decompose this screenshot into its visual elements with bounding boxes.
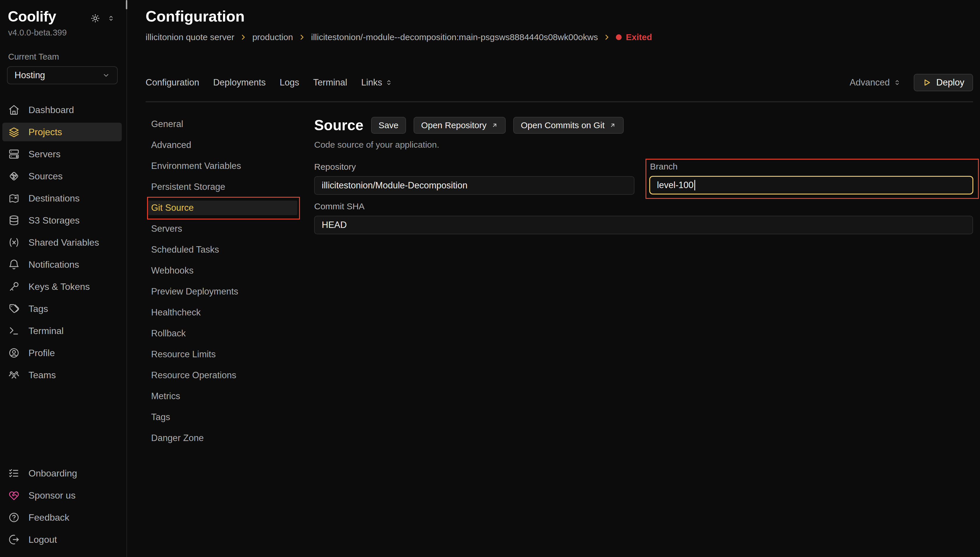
sidebar-item-destinations[interactable]: Destinations bbox=[2, 189, 122, 208]
sidebar-item-label: S3 Storages bbox=[28, 215, 80, 226]
external-link-icon bbox=[491, 122, 498, 129]
theme-sun-icon[interactable] bbox=[90, 13, 100, 23]
repository-input[interactable]: illicitestonion/Module-Decomposition bbox=[314, 176, 634, 195]
sidebar-item-label: Dashboard bbox=[28, 105, 74, 116]
sidebar-item-label: Profile bbox=[28, 348, 55, 358]
branch-annotation-box: Branch level-100 bbox=[645, 159, 979, 199]
sidebar-item-label: Terminal bbox=[28, 326, 63, 336]
variables-icon bbox=[8, 237, 20, 248]
sidebar-item-dashboard[interactable]: Dashboard bbox=[2, 101, 122, 119]
play-icon bbox=[923, 78, 931, 87]
tab-terminal[interactable]: Terminal bbox=[313, 77, 347, 88]
sidebar-item-servers[interactable]: Servers bbox=[2, 145, 122, 163]
deploy-button[interactable]: Deploy bbox=[914, 74, 973, 91]
branch-input[interactable]: level-100 bbox=[649, 176, 973, 194]
sidebar-item-label: Teams bbox=[28, 370, 56, 381]
sidebar-item-label: Servers bbox=[28, 149, 60, 160]
layers-icon bbox=[8, 126, 20, 138]
sidebar-item-feedback[interactable]: Feedback bbox=[2, 508, 122, 527]
sidebar-item-teams[interactable]: Teams bbox=[2, 366, 122, 384]
subnav-item-general[interactable]: General bbox=[148, 117, 297, 131]
tab-links[interactable]: Links bbox=[361, 77, 393, 88]
sidebar-item-label: Logout bbox=[28, 534, 57, 545]
breadcrumb-separator-icon bbox=[298, 33, 306, 41]
chevrons-up-down-icon bbox=[893, 79, 901, 86]
sidebar-item-sponsor-us[interactable]: Sponsor us bbox=[2, 486, 122, 505]
commit-sha-label: Commit SHA bbox=[314, 201, 973, 212]
subnav-item-git-source[interactable]: Git Source bbox=[148, 200, 297, 215]
key-icon bbox=[8, 281, 20, 292]
sidebar: Coolify v4.0.0-beta.399 Current Team Hos… bbox=[0, 0, 127, 557]
save-button[interactable]: Save bbox=[371, 117, 406, 134]
subnav-item-preview-deployments[interactable]: Preview Deployments bbox=[148, 284, 297, 299]
open-repository-button[interactable]: Open Repository bbox=[414, 117, 506, 134]
commit-sha-field: Commit SHA HEAD bbox=[314, 201, 973, 234]
commit-sha-input[interactable]: HEAD bbox=[314, 216, 973, 234]
sidebar-item-shared-variables[interactable]: Shared Variables bbox=[2, 233, 122, 252]
settings-subnav: General Advanced Environment Variables P… bbox=[146, 117, 301, 452]
chevrons-up-down-icon bbox=[385, 79, 393, 86]
advanced-dropdown[interactable]: Advanced bbox=[850, 77, 901, 88]
open-commits-button[interactable]: Open Commits on Git bbox=[513, 117, 624, 134]
tab-deployments[interactable]: Deployments bbox=[213, 77, 266, 88]
page-title: Configuration bbox=[146, 8, 973, 25]
sidebar-item-sources[interactable]: Sources bbox=[2, 167, 122, 186]
sidebar-item-onboarding[interactable]: Onboarding bbox=[2, 464, 122, 482]
main-content: Configuration illicitonion quote server … bbox=[127, 0, 980, 557]
sidebar-item-label: Destinations bbox=[28, 193, 80, 204]
sidebar-header: Coolify bbox=[0, 0, 127, 25]
subnav-item-metrics[interactable]: Metrics bbox=[148, 389, 297, 404]
sidebar-item-s3-storages[interactable]: S3 Storages bbox=[2, 211, 122, 230]
subnav-item-persistent-storage[interactable]: Persistent Storage bbox=[148, 180, 297, 194]
server-icon bbox=[8, 148, 20, 160]
sidebar-item-terminal[interactable]: Terminal bbox=[2, 321, 122, 340]
subnav-item-rollback[interactable]: Rollback bbox=[148, 326, 297, 341]
sidebar-item-notifications[interactable]: Notifications bbox=[2, 255, 122, 274]
subnav-item-environment-variables[interactable]: Environment Variables bbox=[148, 159, 297, 173]
sidebar-item-label: Sponsor us bbox=[28, 490, 76, 501]
git-icon bbox=[8, 170, 20, 182]
sidebar-item-label: Notifications bbox=[28, 259, 79, 270]
repository-label: Repository bbox=[314, 162, 634, 172]
sidebar-item-keys-tokens[interactable]: Keys & Tokens bbox=[2, 277, 122, 296]
subnav-item-resource-limits[interactable]: Resource Limits bbox=[148, 347, 297, 362]
home-icon bbox=[8, 104, 20, 116]
breadcrumb-separator-icon bbox=[603, 33, 611, 41]
branch-label: Branch bbox=[650, 161, 973, 172]
subnav-item-webhooks[interactable]: Webhooks bbox=[148, 263, 297, 278]
subnav-item-advanced[interactable]: Advanced bbox=[148, 138, 297, 152]
sidebar-item-projects[interactable]: Projects bbox=[2, 123, 122, 141]
chevron-down-icon bbox=[102, 71, 110, 79]
subnav-item-servers[interactable]: Servers bbox=[148, 221, 297, 236]
current-team-label: Current Team bbox=[0, 52, 127, 62]
tab-logs[interactable]: Logs bbox=[280, 77, 299, 88]
checklist-icon bbox=[8, 467, 20, 479]
tab-configuration[interactable]: Configuration bbox=[146, 77, 199, 88]
sidebar-item-label: Sources bbox=[28, 171, 62, 182]
status-dot bbox=[616, 34, 622, 40]
map-icon bbox=[8, 192, 20, 204]
app-version: v4.0.0-beta.399 bbox=[0, 28, 127, 37]
source-description: Code source of your application. bbox=[314, 140, 973, 150]
sidebar-item-tags[interactable]: Tags bbox=[2, 300, 122, 318]
text-cursor bbox=[694, 180, 695, 191]
sidebar-item-label: Onboarding bbox=[28, 468, 77, 479]
subnav-item-scheduled-tasks[interactable]: Scheduled Tasks bbox=[148, 243, 297, 257]
help-icon bbox=[8, 511, 20, 523]
user-circle-icon bbox=[8, 347, 20, 359]
sidebar-item-label: Projects bbox=[28, 127, 62, 137]
team-select[interactable]: Hosting bbox=[7, 66, 118, 84]
breadcrumb: illicitonion quote server production bbox=[146, 32, 973, 42]
status-badge: Exited bbox=[616, 32, 652, 42]
subnav-item-danger-zone[interactable]: Danger Zone bbox=[148, 431, 297, 445]
sidebar-item-logout[interactable]: Logout bbox=[2, 530, 122, 549]
bell-icon bbox=[8, 259, 20, 270]
subnav-item-healthcheck[interactable]: Healthcheck bbox=[148, 305, 297, 320]
theme-selector-chevrons-icon[interactable] bbox=[107, 15, 115, 22]
subnav-item-tags[interactable]: Tags bbox=[148, 410, 297, 424]
sidebar-item-label: Shared Variables bbox=[28, 237, 99, 248]
subnav-item-resource-operations[interactable]: Resource Operations bbox=[148, 368, 297, 383]
sidebar-footer-nav: Onboarding Sponsor us Feedback Logout bbox=[0, 464, 127, 557]
sidebar-item-profile[interactable]: Profile bbox=[2, 344, 122, 362]
external-link-icon bbox=[609, 122, 616, 129]
